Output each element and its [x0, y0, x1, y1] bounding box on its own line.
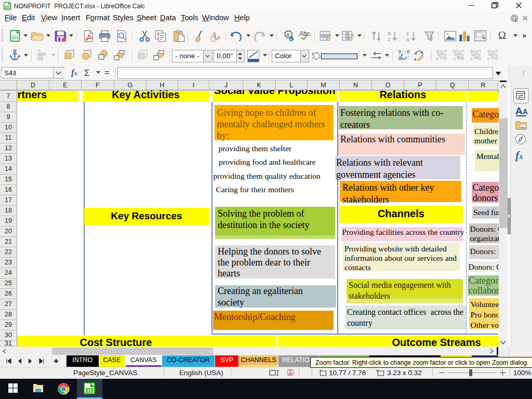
svg-text:Abc: Abc	[299, 31, 310, 38]
svg-text:d: d	[289, 35, 293, 43]
svg-text:a: a	[406, 36, 409, 42]
svg-text:z: z	[406, 31, 409, 36]
svg-text:a: a	[388, 31, 391, 36]
svg-text:z: z	[388, 36, 390, 42]
svg-text:A: A	[209, 30, 218, 42]
